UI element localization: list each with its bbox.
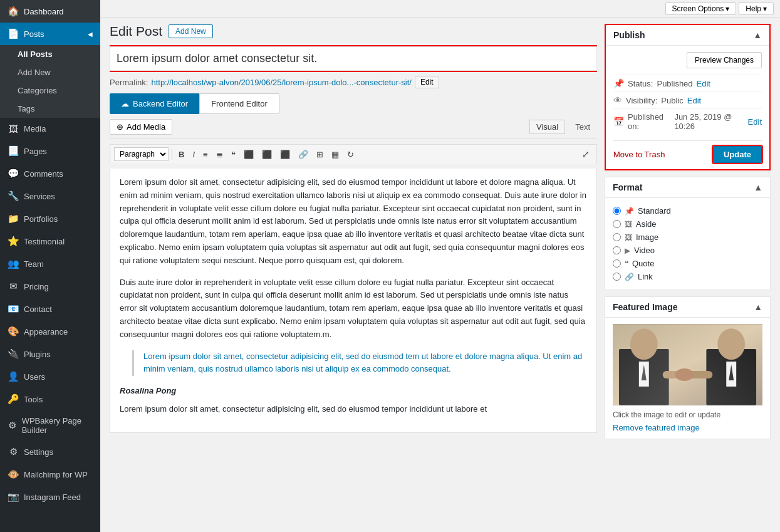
mailchimp-icon: 🐵	[8, 469, 19, 480]
backend-editor-button[interactable]: ☁ Backend Editor	[110, 93, 199, 114]
appearance-icon: 🎨	[8, 326, 19, 337]
published-value: Jun 25, 2019 @ 10:26	[674, 112, 744, 131]
sidebar-item-tools[interactable]: 🔑 Tools	[0, 388, 100, 410]
permalink-link[interactable]: http://localhost/wp-alvon/2019/06/25/lor…	[151, 78, 411, 87]
link-button[interactable]: 🔗	[295, 149, 311, 160]
add-media-button[interactable]: ⊕ Add Media	[110, 119, 172, 135]
blockquote-button[interactable]: ❝	[228, 149, 239, 160]
users-icon: 👤	[8, 371, 19, 382]
svg-point-2	[630, 328, 658, 360]
calendar-icon: 📅	[613, 117, 624, 127]
sidebar-subitem-categories[interactable]: Categories	[0, 81, 100, 100]
sidebar-item-services[interactable]: 🔧 Services	[0, 185, 100, 207]
sidebar-item-settings[interactable]: ⚙ Settings	[0, 441, 100, 463]
sidebar-item-posts[interactable]: 📄 Posts ◀	[0, 23, 100, 45]
sidebar-item-users[interactable]: 👤 Users	[0, 365, 100, 388]
preview-changes-button[interactable]: Preview Changes	[687, 52, 762, 68]
sidebar-item-mailchimp[interactable]: 🐵 Mailchimp for WP	[0, 463, 100, 486]
page-title-row: Edit Post Add New	[110, 24, 597, 39]
status-icon: 📌	[613, 78, 624, 88]
featured-image-box[interactable]	[613, 324, 762, 405]
format-image-icon: 🖼	[625, 233, 632, 242]
visibility-edit-link[interactable]: Edit	[687, 96, 701, 105]
update-button[interactable]: Update	[713, 146, 762, 163]
add-media-icon: ⊕	[117, 122, 123, 132]
sidebar-item-label: Contact	[24, 305, 52, 314]
tab-visual[interactable]: Visual	[529, 120, 565, 134]
help-chevron-icon: ▾	[763, 4, 767, 13]
sidebar-item-label: Settings	[24, 447, 53, 457]
paragraph-select[interactable]: Paragraph	[114, 147, 169, 161]
sidebar-item-contact[interactable]: 📧 Contact	[0, 298, 100, 320]
format-standard-label: Standard	[638, 206, 671, 216]
refresh-button[interactable]: ↻	[344, 149, 357, 160]
format-widget-header: Format ▲	[605, 177, 770, 198]
sidebar-item-testimonial[interactable]: ⭐ Testimonial	[0, 230, 100, 253]
formatting-bar: Paragraph B I ≡ ≣ ❝ ⬛ ⬛ ⬛ 🔗 ⊞ ▦ ↻ ⤢	[110, 144, 597, 164]
sidebar-item-plugins[interactable]: 🔌 Plugins	[0, 343, 100, 365]
align-center-button[interactable]: ⬛	[259, 149, 275, 160]
add-new-button[interactable]: Add New	[169, 24, 213, 38]
featured-image-collapse-button[interactable]: ▲	[754, 302, 762, 312]
sidebar-item-media[interactable]: 🖼 Media	[0, 118, 100, 140]
permalink-label: Permalink:	[110, 78, 148, 87]
format-option-image: 🖼 Image	[613, 231, 762, 244]
format-radio-image[interactable]	[613, 233, 621, 241]
sidebar-item-portfolios[interactable]: 📁 Portfolios	[0, 207, 100, 230]
editor-toolbar-row: ⊕ Add Media Visual Text	[110, 119, 597, 139]
align-right-button[interactable]: ⬛	[277, 149, 293, 160]
sidebar-item-comments[interactable]: 💬 Comments	[0, 162, 100, 185]
format-radio-link[interactable]	[613, 273, 621, 281]
format-video-label: Video	[634, 246, 655, 255]
table-button[interactable]: ⊞	[313, 149, 326, 160]
format-radio-standard[interactable]	[613, 207, 621, 215]
editor-tab-group: Visual Text	[529, 120, 597, 134]
portfolios-icon: 📁	[8, 213, 19, 224]
content-wrap: Edit Post Add New Permalink: http://loca…	[100, 18, 780, 532]
remove-featured-image-link[interactable]: Remove featured image	[613, 423, 700, 432]
bold-button[interactable]: B	[175, 149, 187, 160]
sidebar-subitem-tags[interactable]: Tags	[0, 100, 100, 118]
unordered-list-button[interactable]: ≡	[200, 149, 211, 160]
publish-title: Publish	[613, 30, 645, 40]
tab-text[interactable]: Text	[568, 120, 597, 134]
backend-editor-label: Backend Editor	[133, 99, 188, 108]
sidebar-item-instagram[interactable]: 📷 Instagram Feed	[0, 486, 100, 508]
sidebar-item-appearance[interactable]: 🎨 Appearance	[0, 320, 100, 343]
expand-button[interactable]: ⤢	[579, 148, 593, 160]
format-radio-video[interactable]	[613, 246, 621, 254]
right-sidebar: Publish ▲ Preview Changes 📌 Status: Publ…	[605, 24, 771, 526]
published-edit-link[interactable]: Edit	[748, 117, 762, 127]
sidebar-item-wpbakery[interactable]: ⚙ WPBakery Page Builder	[0, 410, 100, 441]
ordered-list-button[interactable]: ≣	[213, 149, 226, 160]
format-link-icon: 🔗	[625, 273, 634, 281]
sidebar-subitem-all-posts[interactable]: All Posts	[0, 45, 100, 63]
sidebar-item-label: Users	[24, 372, 45, 382]
publish-collapse-button[interactable]: ▲	[753, 30, 762, 40]
visibility-value: Public	[661, 96, 683, 105]
format-radio-aside[interactable]	[613, 220, 621, 228]
format-radio-quote[interactable]	[613, 259, 621, 268]
screen-options-button[interactable]: Screen Options ▾	[665, 3, 737, 15]
main-content: Screen Options ▾ Help ▾ Edit Post Add Ne…	[100, 0, 780, 532]
help-button[interactable]: Help ▾	[739, 3, 774, 15]
align-left-button[interactable]: ⬛	[241, 149, 257, 160]
status-edit-link[interactable]: Edit	[697, 79, 710, 88]
move-to-trash-link[interactable]: Move to Trash	[613, 150, 665, 159]
sidebar-item-dashboard[interactable]: 🏠 Dashboard	[0, 0, 100, 23]
sidebar-subitem-add-new[interactable]: Add New	[0, 63, 100, 81]
permalink-edit-button[interactable]: Edit	[415, 76, 439, 88]
frontend-editor-button[interactable]: Frontend Editor	[199, 93, 279, 114]
featured-image-header: Featured Image ▲	[605, 297, 770, 318]
italic-button[interactable]: I	[189, 149, 198, 160]
editor-content[interactable]: Lorem ipsum dolor sit amet, consectetur …	[110, 169, 597, 433]
format-option-link: 🔗 Link	[613, 270, 762, 283]
sidebar-item-label: Services	[24, 192, 55, 201]
post-title-input[interactable]	[110, 46, 597, 71]
sidebar-item-team[interactable]: 👥 Team	[0, 253, 100, 275]
format-collapse-button[interactable]: ▲	[754, 182, 762, 192]
grid-button[interactable]: ▦	[328, 149, 342, 160]
sidebar-item-pricing[interactable]: ✉ Pricing	[0, 275, 100, 298]
sidebar-item-pages[interactable]: 📃 Pages	[0, 140, 100, 162]
status-label: Status:	[628, 79, 653, 88]
